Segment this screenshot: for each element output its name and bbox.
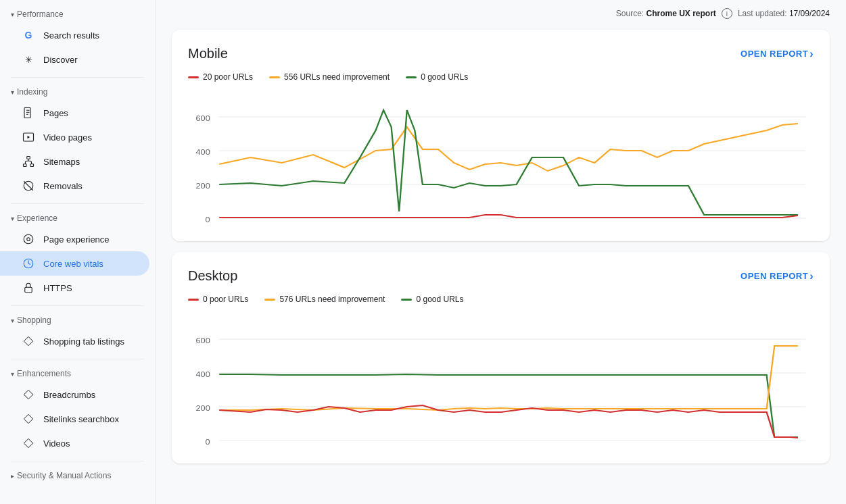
good-label: 0 good URLs — [421, 72, 468, 82]
svg-text:0: 0 — [205, 216, 210, 224]
sidebar-item-core-web-vitals[interactable]: Core web vitals — [0, 251, 149, 276]
divider-2 — [11, 203, 144, 204]
sidebar-item-discover[interactable]: ✳ Discover — [0, 47, 149, 72]
divider-5 — [11, 461, 144, 461]
breadcrumbs-diamond-icon — [22, 388, 35, 401]
good-dot — [406, 76, 417, 78]
sidebar-item-pages[interactable]: Pages — [0, 101, 149, 125]
svg-rect-4 — [30, 164, 34, 167]
section-shopping-label: Shopping — [17, 316, 51, 325]
improvement-dot — [269, 76, 280, 78]
open-report-label: OPEN REPORT — [741, 271, 808, 281]
svg-rect-3 — [24, 164, 27, 167]
open-report-label: OPEN REPORT — [741, 49, 808, 59]
removals-icon — [22, 179, 35, 193]
section-performance[interactable]: ▾ Performance — [0, 5, 155, 23]
sidebar-item-sitemaps[interactable]: Sitemaps — [0, 149, 149, 174]
mobile-open-report-button[interactable]: OPEN REPORT › — [741, 48, 814, 60]
sidebar-item-label: Breadcrumbs — [43, 390, 95, 400]
chevron-down-icon: ▾ — [11, 370, 14, 378]
svg-text:600: 600 — [196, 336, 211, 345]
sidebar-item-label: Sitemaps — [43, 157, 80, 167]
videos-diamond-icon — [22, 436, 35, 450]
poor-label: 0 poor URLs — [203, 295, 248, 304]
source-name: Chrome UX report — [647, 9, 716, 18]
desktop-card-header: Desktop OPEN REPORT › — [188, 268, 814, 284]
divider-3 — [11, 305, 144, 306]
mobile-card-title: Mobile — [188, 46, 228, 61]
chevron-right-icon: ▸ — [11, 472, 14, 480]
mobile-card: Mobile OPEN REPORT › 20 poor URLs 556 UR… — [172, 30, 830, 241]
good-label: 0 good URLs — [416, 295, 463, 304]
chevron-right-icon: › — [809, 48, 814, 60]
sidebar-item-search-results[interactable]: G Search results — [0, 23, 149, 47]
svg-text:0: 0 — [205, 438, 210, 447]
section-indexing[interactable]: ▾ Indexing — [0, 83, 155, 101]
desktop-card-title: Desktop — [188, 268, 237, 284]
sidebar-item-removals[interactable]: Removals — [0, 174, 149, 198]
chevron-right-icon: › — [809, 270, 814, 282]
mobile-legend-poor: 20 poor URLs — [188, 72, 253, 82]
sidebar-item-label: Core web vitals — [43, 259, 103, 269]
desktop-chart: 0 200 400 600 20/06/2024 02/07/2024 13/ — [188, 312, 814, 447]
section-enhancements-label: Enhancements — [17, 369, 71, 378]
sidebar-item-label: Removals — [43, 181, 83, 191]
chevron-down-icon: ▾ — [11, 89, 14, 96]
svg-text:200: 200 — [196, 182, 211, 191]
poor-label: 20 poor URLs — [203, 72, 253, 82]
poor-dot — [188, 299, 199, 301]
mobile-legend: 20 poor URLs 556 URLs need improvement 0… — [188, 72, 814, 82]
section-shopping[interactable]: ▾ Shopping — [0, 311, 155, 329]
mobile-card-header: Mobile OPEN REPORT › — [188, 46, 814, 61]
chevron-down-icon: ▾ — [11, 11, 14, 18]
section-enhancements[interactable]: ▾ Enhancements — [0, 365, 155, 382]
svg-point-7 — [27, 238, 30, 241]
sidebar-item-label: Sitelinks searchbox — [43, 414, 119, 424]
sidebar-item-shopping-tab[interactable]: Shopping tab listings — [0, 329, 149, 353]
last-updated-prefix: Last updated: — [738, 9, 789, 18]
info-icon[interactable]: i — [722, 8, 732, 19]
mobile-chart: 0 200 400 600 20/06/2024 02/07/2024 13/ — [188, 90, 814, 225]
improvement-label: 556 URLs need improvement — [284, 72, 390, 82]
top-bar: Source: Chrome UX report i Last updated:… — [172, 8, 830, 19]
chevron-down-icon: ▾ — [11, 215, 14, 222]
discover-icon: ✳ — [22, 53, 35, 66]
svg-text:400: 400 — [196, 370, 211, 379]
sidebar-item-label: HTTPS — [43, 283, 72, 293]
section-experience[interactable]: ▾ Experience — [0, 209, 155, 227]
poor-dot — [188, 76, 199, 78]
sidebar-item-page-experience[interactable]: Page experience — [0, 227, 149, 251]
sidebar-item-videos[interactable]: Videos — [0, 431, 149, 455]
section-security[interactable]: ▸ Security & Manual Actions — [0, 467, 155, 484]
desktop-open-report-button[interactable]: OPEN REPORT › — [741, 270, 814, 282]
desktop-legend-good: 0 good URLs — [401, 295, 463, 304]
sidebar-item-https[interactable]: HTTPS — [0, 276, 149, 300]
sidebar: ▾ Performance G Search results ✳ Discove… — [0, 0, 156, 504]
last-updated: Last updated: 17/09/2024 — [738, 9, 830, 18]
sidebar-item-sitelinks-searchbox[interactable]: Sitelinks searchbox — [0, 407, 149, 431]
source-prefix: Source: — [616, 9, 647, 18]
sidebar-item-label: Shopping tab listings — [43, 336, 124, 347]
mobile-legend-improvement: 556 URLs need improvement — [269, 72, 390, 82]
svg-rect-9 — [25, 287, 32, 293]
page-experience-icon — [22, 232, 35, 246]
desktop-card: Desktop OPEN REPORT › 0 poor URLs 576 UR… — [172, 252, 830, 463]
sitelinks-diamond-icon — [22, 412, 35, 426]
sitemaps-icon — [22, 155, 35, 168]
source-label: Source: Chrome UX report — [616, 9, 716, 18]
divider-1 — [11, 77, 144, 78]
sidebar-item-label: Pages — [43, 108, 68, 118]
svg-text:600: 600 — [196, 114, 211, 123]
sidebar-item-breadcrumbs[interactable]: Breadcrumbs — [0, 382, 149, 407]
svg-text:200: 200 — [196, 404, 211, 413]
sidebar-item-label: Video pages — [43, 132, 92, 143]
good-dot — [401, 299, 412, 301]
shopping-diamond-icon — [22, 334, 35, 348]
svg-rect-0 — [24, 108, 30, 118]
divider-4 — [11, 359, 144, 359]
improvement-label: 576 URLs need improvement — [279, 295, 385, 304]
sidebar-item-video-pages[interactable]: Video pages — [0, 125, 149, 149]
sidebar-item-label: Discover — [43, 55, 78, 65]
section-security-label: Security & Manual Actions — [17, 471, 111, 480]
core-web-vitals-icon — [22, 257, 35, 270]
